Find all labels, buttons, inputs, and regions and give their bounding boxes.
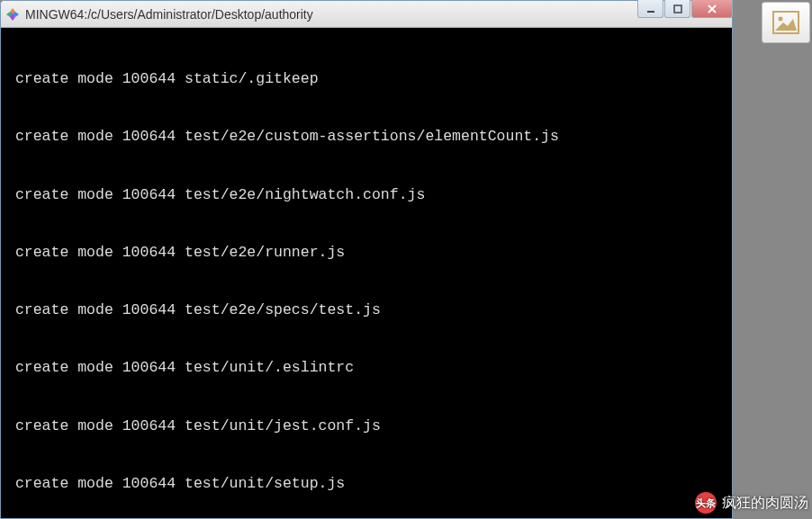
window-controls <box>637 0 733 18</box>
watermark-author: 疯狂的肉圆汤 <box>722 494 808 513</box>
terminal-window: MINGW64:/c/Users/Administrator/Desktop/a… <box>0 0 733 519</box>
svg-rect-0 <box>647 11 654 13</box>
output-line: create mode 100644 test/e2e/runner.js <box>6 243 726 262</box>
titlebar[interactable]: MINGW64:/c/Users/Administrator/Desktop/a… <box>1 1 732 28</box>
close-button[interactable] <box>691 0 733 18</box>
maximize-button[interactable] <box>664 0 690 18</box>
output-line: create mode 100644 test/unit/jest.conf.j… <box>6 416 726 435</box>
output-line: create mode 100644 test/e2e/specs/test.j… <box>6 300 726 319</box>
minimize-button[interactable] <box>637 0 663 18</box>
output-line: create mode 100644 test/e2e/nightwatch.c… <box>6 185 726 204</box>
watermark-logo-icon: 头条 <box>695 492 717 514</box>
watermark: 头条 疯狂的肉圆汤 <box>695 492 808 514</box>
svg-rect-1 <box>674 5 681 13</box>
output-line: create mode 100644 test/e2e/custom-asser… <box>6 127 726 146</box>
watermark-logo-text: 头条 <box>696 497 716 510</box>
output-line: create mode 100644 test/unit/setup.js <box>6 474 726 493</box>
app-icon <box>5 7 20 22</box>
svg-point-3 <box>779 17 783 22</box>
output-line: create mode 100644 test/unit/.eslintrc <box>6 358 726 377</box>
window-title: MINGW64:/c/Users/Administrator/Desktop/a… <box>25 7 727 22</box>
image-placeholder-icon[interactable] <box>762 2 810 43</box>
terminal-body[interactable]: create mode 100644 static/.gitkeep creat… <box>1 28 732 518</box>
output-line: create mode 100644 static/.gitkeep <box>6 69 726 88</box>
